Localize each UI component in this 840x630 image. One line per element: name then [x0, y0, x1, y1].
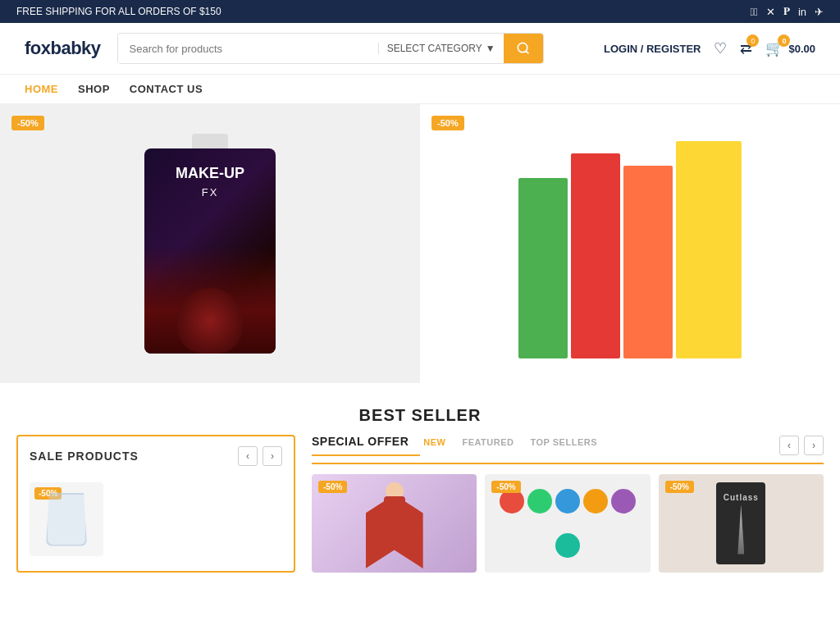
sale-products-box: SALE PRODUCTS ‹ › -50%: [16, 435, 295, 573]
so-badge-3: -50%: [665, 481, 694, 493]
cart-price: $0.00: [788, 43, 815, 55]
so-next-arrow[interactable]: ›: [804, 436, 824, 455]
social-links: 𝐟 ✕ 𝐏 in ✈: [750, 5, 824, 18]
cart-icon-wrap: 🛒 0: [765, 39, 783, 57]
special-offer-tabs: SPECIAL OFFER NEW FEATURED TOP SELLERS: [312, 435, 605, 456]
nav-shop[interactable]: SHOP: [78, 83, 110, 95]
sale-products-header: SALE PRODUCTS ‹ ›: [18, 436, 294, 476]
sale-products-title: SALE PRODUCTS: [30, 450, 139, 463]
book-red: [571, 153, 620, 358]
so-product-1[interactable]: -50%: [312, 474, 477, 573]
sale-product-image: -50%: [30, 482, 103, 556]
cutlass-card: Cutlass: [716, 482, 765, 564]
hero-right-product: -50%: [420, 104, 840, 383]
so-tab-featured[interactable]: FEATURED: [462, 437, 522, 454]
pinterest-icon[interactable]: 𝐏: [783, 5, 790, 18]
so-badge-1: -50%: [318, 481, 347, 493]
nav-home[interactable]: HOME: [25, 83, 58, 95]
nav-contact[interactable]: CONTACT US: [130, 83, 203, 95]
so-prev-arrow[interactable]: ‹: [779, 436, 799, 455]
search-bar: SELECT CATEGORY ▼: [117, 33, 544, 64]
heart-icon: ♡: [714, 40, 727, 57]
so-tab-new[interactable]: NEW: [423, 437, 454, 454]
facebook-icon[interactable]: 𝐟: [750, 6, 758, 18]
header-actions: LOGIN / REGISTER ♡ ⇄ 0 🛒 0 $0.00: [604, 39, 815, 57]
bottom-grid: SALE PRODUCTS ‹ › -50% SPECIAL OFFER NEW…: [0, 435, 840, 589]
chevron-down-icon: ▼: [486, 43, 495, 54]
ball-green: [527, 489, 552, 514]
so-product-3[interactable]: -50% Cutlass: [659, 474, 824, 573]
twitter-x-icon[interactable]: ✕: [766, 6, 775, 18]
top-banner: FREE SHIPPING FOR ALL ORDERS OF $150 𝐟 …: [0, 0, 840, 23]
hero-left-badge: -50%: [11, 116, 44, 130]
search-button[interactable]: [504, 34, 543, 63]
logo[interactable]: foxbabky: [25, 38, 101, 59]
telegram-icon[interactable]: ✈: [815, 6, 824, 18]
special-offer-nav-arrows: ‹ ›: [779, 436, 824, 455]
ball-teal: [555, 533, 580, 558]
login-register-link[interactable]: LOGIN / REGISTER: [604, 43, 701, 55]
special-offer-products: -50% -50%: [312, 464, 824, 573]
category-dropdown[interactable]: SELECT CATEGORY ▼: [378, 43, 504, 54]
so-product-2[interactable]: -50%: [485, 474, 650, 573]
search-input[interactable]: [118, 34, 378, 63]
sale-nav-arrows: ‹ ›: [238, 446, 282, 466]
ball-purple: [611, 489, 636, 514]
special-offer-box: SPECIAL OFFER NEW FEATURED TOP SELLERS ‹…: [312, 435, 824, 573]
ball-blue: [555, 489, 580, 514]
sale-product-item: -50%: [18, 476, 294, 563]
book-green: [518, 178, 568, 358]
cart-button[interactable]: 🛒 0 $0.00: [765, 39, 815, 57]
so-tab-top-sellers[interactable]: TOP SELLERS: [531, 437, 606, 454]
best-seller-section: BEST SELLER: [0, 383, 840, 435]
category-label: SELECT CATEGORY: [387, 43, 482, 54]
hero-section: -50% MAKE-UPFX -50%: [0, 104, 840, 383]
books-display: [518, 129, 742, 358]
sale-prev-arrow[interactable]: ‹: [238, 446, 258, 466]
book-yellow: [676, 141, 742, 358]
book-orange: [623, 166, 673, 358]
special-offer-header: SPECIAL OFFER NEW FEATURED TOP SELLERS ‹…: [312, 435, 824, 464]
navigation: HOME SHOP CONTACT US: [0, 75, 840, 104]
banner-text: FREE SHIPPING FOR ALL ORDERS OF $150: [16, 6, 221, 17]
header: foxbabky SELECT CATEGORY ▼ LOGIN / REGIS…: [0, 23, 840, 75]
ball-orange: [583, 489, 608, 514]
sale-next-arrow[interactable]: ›: [262, 446, 282, 466]
hero-left-product: -50% MAKE-UPFX: [0, 104, 420, 383]
linkedin-icon[interactable]: in: [798, 6, 806, 18]
search-icon: [517, 42, 530, 55]
best-seller-title: BEST SELLER: [0, 406, 840, 425]
so-tab-main[interactable]: SPECIAL OFFER: [312, 435, 420, 456]
hero-right-badge: -50%: [431, 116, 464, 130]
wishlist-button[interactable]: ♡: [714, 39, 727, 57]
so-badge-2: -50%: [491, 481, 520, 493]
compare-badge: 0: [746, 34, 759, 47]
compare-button[interactable]: ⇄ 0: [740, 39, 752, 57]
